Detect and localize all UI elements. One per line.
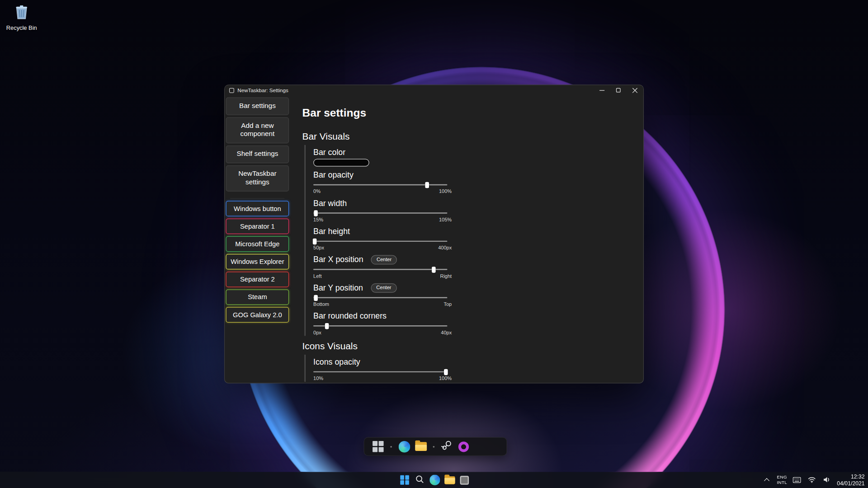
slider-min-label: Bottom xyxy=(313,301,329,307)
icons-opacity-label: Icons opacity xyxy=(313,357,360,366)
recycle-bin-label: Recycle Bin xyxy=(3,24,40,31)
slider-track[interactable] xyxy=(313,325,447,326)
language-line2: INTL xyxy=(777,480,787,485)
slider-max-label: 400px xyxy=(438,245,452,251)
newtaskbar-settings-window: NewTaskbar: Settings Bar settings Add a … xyxy=(224,84,644,383)
gog-galaxy-icon xyxy=(458,441,468,452)
icons-opacity-control: Icons opacity 10% 100% xyxy=(313,357,643,382)
slider-min-label: Left xyxy=(313,273,321,279)
taskbar-newtaskbar-app-button[interactable] xyxy=(458,474,471,487)
bar-height-slider[interactable] xyxy=(313,238,447,245)
recycle-bin[interactable]: Recycle Bin xyxy=(3,3,40,31)
bar-width-slider[interactable] xyxy=(313,210,447,216)
sidebar-component-microsoft-edge[interactable]: Microsoft Edge xyxy=(226,236,289,252)
chevron-up-icon xyxy=(764,478,769,483)
bar-opacity-slider[interactable] xyxy=(313,182,447,188)
start-button[interactable] xyxy=(398,474,411,487)
slider-track[interactable] xyxy=(313,268,447,270)
language-line1: ENG xyxy=(777,475,787,480)
bar-y-center-button[interactable]: Center xyxy=(371,283,397,292)
sidebar-item-bar-settings[interactable]: Bar settings xyxy=(226,98,289,115)
slider-handle[interactable] xyxy=(432,267,436,272)
bar-y-position-label: Bar Y position xyxy=(313,283,363,292)
touch-keyboard-button[interactable] xyxy=(792,474,802,487)
steam-icon xyxy=(441,439,453,454)
window-title: NewTaskbar: Settings xyxy=(237,87,593,93)
slider-min-label: 15% xyxy=(313,217,323,223)
slider-handle[interactable] xyxy=(425,182,429,188)
slider-min-label: 50px xyxy=(313,245,324,251)
edge-icon xyxy=(398,441,410,452)
custom-taskbar-edge[interactable] xyxy=(397,439,410,454)
bar-color-swatch[interactable] xyxy=(313,159,369,166)
bar-x-center-button[interactable]: Center xyxy=(371,255,397,264)
minimize-button[interactable] xyxy=(594,85,610,95)
search-icon xyxy=(415,474,425,486)
slider-track[interactable] xyxy=(313,240,447,242)
slider-min-label: 10% xyxy=(313,375,323,381)
sidebar-item-add-component[interactable]: Add a new component xyxy=(226,117,289,143)
custom-taskbar-steam[interactable] xyxy=(440,439,453,454)
page-title: Bar settings xyxy=(302,106,643,119)
slider-handle[interactable] xyxy=(325,323,329,328)
close-icon xyxy=(632,87,638,93)
sidebar-item-shelf-settings[interactable]: Shelf settings xyxy=(226,145,289,163)
slider-track[interactable] xyxy=(313,212,447,214)
language-indicator[interactable]: ENG INTL xyxy=(777,475,787,485)
sidebar-component-separator-1[interactable]: Separator 1 xyxy=(226,218,289,234)
bar-y-position-slider[interactable] xyxy=(313,294,447,301)
edge-icon xyxy=(429,475,440,485)
sidebar-component-gog-galaxy[interactable]: GOG Galaxy 2.0 xyxy=(226,307,289,322)
custom-taskbar-windows-button[interactable] xyxy=(372,439,385,454)
bar-x-position-slider[interactable] xyxy=(313,266,447,273)
sidebar-item-newtaskbar-settings[interactable]: NewTaskbar settings xyxy=(226,165,289,192)
slider-handle[interactable] xyxy=(444,369,448,375)
taskbar-explorer-button[interactable] xyxy=(443,474,456,487)
bar-rounded-corners-control: Bar rounded corners 0px 40px xyxy=(313,311,643,336)
network-icon xyxy=(808,475,816,485)
minimize-icon xyxy=(599,90,604,90)
settings-content: Bar settings Bar Visuals Bar color Bar o… xyxy=(290,95,643,383)
close-button[interactable] xyxy=(627,85,643,95)
taskbar-edge-button[interactable] xyxy=(428,474,441,487)
start-icon xyxy=(400,475,409,484)
slider-track[interactable] xyxy=(313,297,447,298)
clock[interactable]: 12:32 04/01/2021 xyxy=(837,474,864,487)
slider-handle[interactable] xyxy=(314,295,318,300)
sidebar-divider xyxy=(230,193,284,198)
network-button[interactable] xyxy=(807,474,817,487)
section-title-bar-visuals: Bar Visuals xyxy=(302,131,643,142)
bar-color-label: Bar color xyxy=(313,148,345,157)
custom-taskbar-explorer[interactable] xyxy=(414,439,427,454)
clock-time: 12:32 xyxy=(837,474,864,480)
sidebar-component-windows-button[interactable]: Windows button xyxy=(226,201,289,216)
separator-dot xyxy=(390,446,392,447)
titlebar[interactable]: NewTaskbar: Settings xyxy=(225,85,643,95)
bar-opacity-control: Bar opacity 0% 100% xyxy=(313,170,643,195)
folder-icon xyxy=(444,476,455,484)
bar-x-position-control: Bar X position Center Left Right xyxy=(313,254,643,279)
sidebar-component-separator-2[interactable]: Separator 2 xyxy=(226,272,289,287)
sidebar-component-windows-explorer[interactable]: Windows Explorer xyxy=(226,254,289,269)
bar-opacity-label: Bar opacity xyxy=(313,170,354,179)
bar-rounded-corners-slider[interactable] xyxy=(313,323,447,329)
bar-height-label: Bar height xyxy=(313,227,350,236)
slider-track[interactable] xyxy=(313,371,447,372)
sidebar-component-steam[interactable]: Steam xyxy=(226,289,289,305)
slider-handle[interactable] xyxy=(313,238,317,244)
slider-handle[interactable] xyxy=(314,210,318,216)
maximize-icon xyxy=(616,88,621,93)
app-window-icon xyxy=(460,475,469,484)
bar-visuals-group: Bar color Bar opacity 0% 100% xyxy=(304,145,643,336)
icons-opacity-slider[interactable] xyxy=(313,369,447,375)
tray-overflow-button[interactable] xyxy=(763,474,772,487)
bar-width-control: Bar width 15% 105% xyxy=(313,198,643,223)
bar-y-position-control: Bar Y position Center Bottom Top xyxy=(313,283,643,308)
volume-icon xyxy=(823,475,831,485)
custom-taskbar-gog[interactable] xyxy=(457,439,470,454)
search-button[interactable] xyxy=(413,474,426,487)
volume-button[interactable] xyxy=(822,474,832,487)
sidebar: Bar settings Add a new component Shelf s… xyxy=(225,95,290,383)
slider-max-label: 40px xyxy=(441,330,452,336)
maximize-button[interactable] xyxy=(610,85,627,95)
